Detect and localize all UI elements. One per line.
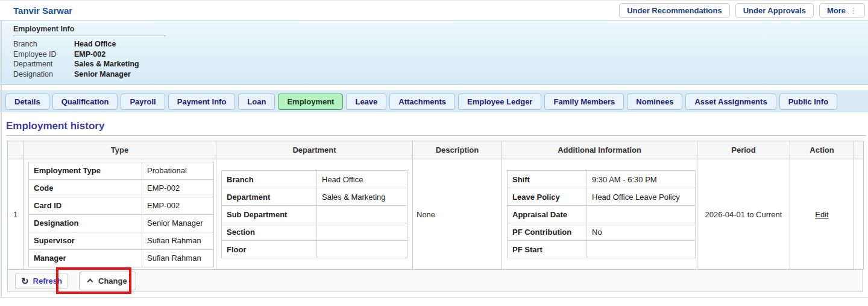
table-footer: ↻ Refresh Change	[7, 270, 863, 292]
tab-payment-info[interactable]: Payment Info	[168, 94, 236, 110]
leave-policy-label: Leave Policy	[508, 188, 587, 206]
under-approvals-label: Under Approvals	[743, 6, 806, 15]
change-label: Change	[98, 276, 127, 285]
manager-value: Sufian Rahman	[142, 249, 214, 267]
info-row-department: Department Sales & Marketing	[13, 59, 868, 69]
employment-type-value: Probational	[142, 162, 214, 179]
section-value	[317, 223, 407, 241]
spacer-cell	[854, 159, 864, 270]
refresh-label: Refresh	[33, 276, 62, 285]
tab-employee-ledger[interactable]: Employee Ledger	[458, 94, 541, 110]
tab-payroll[interactable]: Payroll	[121, 94, 165, 110]
tab-public-info[interactable]: Public Info	[779, 94, 837, 110]
pf-start-value	[587, 241, 696, 258]
header-additional-information: Additional Information	[502, 141, 697, 159]
header-department: Department	[216, 141, 413, 159]
supervisor-label: Supervisor	[29, 232, 142, 249]
under-recommendations-label: Under Recommendations	[627, 6, 722, 15]
branch-value: Head Office	[74, 39, 116, 49]
edit-link[interactable]: Edit	[815, 210, 828, 219]
card-id-label: Card ID	[29, 197, 142, 214]
branch-row-label: Branch	[222, 171, 317, 188]
top-bar: Tanvir Sarwar Under Recommendations Unde…	[0, 0, 868, 21]
designation-row-label: Designation	[29, 214, 142, 232]
tab-nominees[interactable]: Nominees	[627, 94, 682, 110]
page-title: Employment history	[6, 120, 868, 132]
supervisor-value: Sufian Rahman	[142, 232, 214, 249]
sub-department-label: Sub Department	[222, 206, 317, 223]
tab-loan[interactable]: Loan	[238, 94, 275, 110]
employment-type-label: Employment Type	[29, 162, 142, 179]
shift-label: Shift	[508, 171, 587, 188]
floor-value	[317, 241, 407, 258]
shift-value: 9:30 AM - 6:30 PM	[587, 171, 696, 188]
tab-family-members[interactable]: Family Members	[544, 94, 624, 110]
header-action: Action	[790, 141, 854, 159]
employment-info-title: Employment Info	[13, 25, 868, 33]
department-row-label: Department	[222, 188, 317, 206]
table-header-row: Type Department Description Additional I…	[8, 141, 864, 159]
additional-nested-table: Shift9:30 AM - 6:30 PM Leave PolicyHead …	[507, 170, 696, 258]
header-description: Description	[413, 141, 502, 159]
pf-contribution-value: No	[587, 223, 696, 241]
branch-label: Branch	[13, 39, 74, 49]
branch-row-value: Head Office	[317, 171, 407, 188]
card-id-value: EMP-002	[142, 197, 214, 214]
bottom-divider	[0, 297, 868, 298]
table-row: 1 Employment TypeProbational CodeEMP-002…	[8, 159, 864, 270]
info-row-employee-id: Employee ID EMP-002	[13, 49, 868, 60]
department-label: Department	[13, 59, 74, 69]
additional-information-cell: Shift9:30 AM - 6:30 PM Leave PolicyHead …	[502, 159, 697, 270]
vertical-ellipsis-icon: ⋮	[849, 6, 857, 15]
employee-id-value: EMP-002	[74, 49, 105, 60]
code-value: EMP-002	[142, 179, 214, 197]
tab-employment[interactable]: Employment	[278, 94, 343, 110]
leave-policy-value: Head Office Leave Policy	[587, 188, 696, 206]
more-button[interactable]: More ⋮	[819, 3, 865, 18]
manager-label: Manager	[29, 249, 142, 267]
tab-attachments[interactable]: Attachments	[389, 94, 455, 110]
employee-id-label: Employee ID	[13, 49, 74, 60]
pf-contribution-label: PF Contribution	[508, 223, 587, 241]
refresh-button[interactable]: ↻ Refresh	[15, 273, 68, 289]
designation-row-value: Senior Manager	[142, 214, 214, 232]
designation-label: Designation	[13, 69, 74, 80]
tab-strip: Details Qualification Payroll Payment In…	[0, 91, 868, 112]
under-approvals-button[interactable]: Under Approvals	[735, 3, 814, 18]
appraisal-date-value	[587, 206, 696, 223]
sub-department-value	[317, 206, 407, 223]
more-label: More	[827, 6, 846, 15]
tab-details[interactable]: Details	[5, 94, 49, 110]
period-cell: 2026-04-01 to Current	[697, 159, 790, 270]
header-type: Type	[24, 141, 216, 159]
header-spacer	[854, 141, 864, 159]
topbar-actions: Under Recommendations Under Approvals Mo…	[619, 3, 865, 18]
change-button[interactable]: Change	[79, 272, 136, 290]
department-row-value: Sales & Marketing	[317, 188, 407, 206]
employee-name-title: Tanvir Sarwar	[13, 5, 72, 16]
tab-qualification[interactable]: Qualification	[52, 94, 118, 110]
type-cell: Employment TypeProbational CodeEMP-002 C…	[24, 159, 216, 270]
info-row-branch: Branch Head Office	[13, 39, 868, 49]
pf-start-label: PF Start	[508, 241, 587, 258]
appraisal-date-label: Appraisal Date	[508, 206, 587, 223]
floor-label: Floor	[222, 241, 317, 258]
header-period: Period	[697, 141, 790, 159]
type-nested-table: Employment TypeProbational CodeEMP-002 C…	[28, 162, 214, 267]
code-label: Code	[29, 179, 142, 197]
refresh-icon: ↻	[21, 277, 29, 285]
department-nested-table: BranchHead Office DepartmentSales & Mark…	[221, 170, 407, 258]
employment-info-panel: Employment Info Branch Head Office Emplo…	[0, 21, 868, 85]
tab-asset-assignments[interactable]: Asset Assignments	[685, 94, 776, 110]
info-row-designation: Designation Senior Manager	[13, 69, 868, 80]
action-cell: Edit	[790, 159, 854, 270]
section-label: Section	[222, 223, 317, 241]
tab-leave[interactable]: Leave	[346, 94, 386, 110]
employment-info-divider	[13, 36, 166, 36]
chevron-up-icon	[87, 279, 93, 285]
under-recommendations-button[interactable]: Under Recommendations	[619, 3, 729, 18]
header-blank	[8, 141, 24, 159]
left-edge-divider	[1, 21, 2, 297]
employment-history-table: Type Department Description Additional I…	[7, 141, 864, 270]
department-value: Sales & Marketing	[74, 59, 139, 69]
